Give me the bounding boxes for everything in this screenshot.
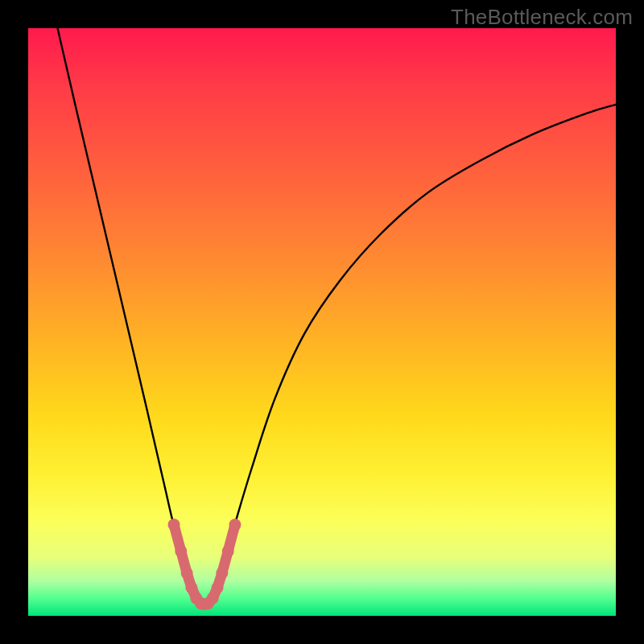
watermark-text: TheBottleneck.com [451,5,633,30]
bottleneck-curve [58,28,617,604]
v-marker-dot [222,545,234,557]
chart-frame: TheBottleneck.com [0,0,644,644]
v-marker-dot [229,518,241,530]
v-marker-dot [168,518,180,530]
v-marker-dot [185,581,197,593]
v-marker-dot [212,581,224,593]
v-marker-dot [175,545,187,557]
chart-svg [0,0,644,644]
v-marker-dot [181,567,193,579]
curve-layer [58,28,617,610]
v-marker-dot [207,592,219,605]
v-marker-line [174,525,235,605]
v-marker-dot [216,567,228,579]
